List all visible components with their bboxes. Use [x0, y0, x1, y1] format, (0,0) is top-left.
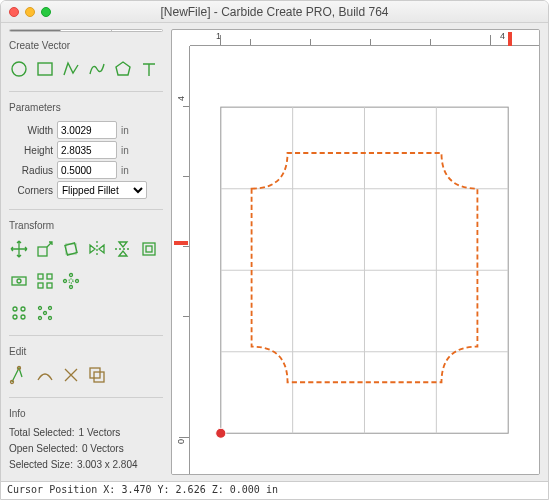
- edit-tools: [9, 363, 163, 389]
- ruler-horizontal[interactable]: 1 4: [190, 30, 539, 46]
- scale-tool-icon[interactable]: [35, 239, 55, 259]
- svg-rect-7: [146, 246, 152, 252]
- app-body: Design Model Toolpaths Create Vector Par…: [1, 23, 548, 481]
- param-height: Height in: [9, 141, 163, 159]
- param-corners: Corners Flipped Fillet: [9, 181, 163, 199]
- radius-input[interactable]: [57, 161, 117, 179]
- svg-point-25: [44, 312, 47, 315]
- transform-tools-row1: [9, 237, 163, 263]
- height-label: Height: [9, 145, 53, 156]
- svg-rect-1: [38, 63, 52, 75]
- array-circular-icon[interactable]: [61, 271, 81, 291]
- section-info: Info: [9, 408, 163, 419]
- ruler-h-marker: [508, 32, 512, 46]
- offset-tool-icon[interactable]: [139, 239, 159, 259]
- section-create-vector: Create Vector: [9, 40, 163, 51]
- svg-point-19: [13, 307, 17, 311]
- tab-design[interactable]: Design: [10, 30, 60, 32]
- svg-point-21: [13, 315, 17, 319]
- svg-point-23: [39, 307, 42, 310]
- sidebar: Design Model Toolpaths Create Vector Par…: [1, 23, 171, 481]
- status-bar: Cursor Position X: 3.470 Y: 2.626 Z: 0.0…: [1, 481, 548, 499]
- ruler-v-label: 0: [176, 439, 186, 444]
- corners-select[interactable]: Flipped Fillet: [57, 181, 147, 199]
- svg-point-17: [64, 280, 67, 283]
- mirror-h-icon[interactable]: [87, 239, 107, 259]
- group-icon[interactable]: [9, 303, 29, 323]
- window-title: [NewFile] - Carbide Create PRO, Build 76…: [1, 5, 548, 19]
- svg-point-24: [49, 307, 52, 310]
- info-total-selected-value: 1 Vectors: [79, 425, 121, 441]
- svg-point-27: [49, 317, 52, 320]
- ungroup-icon[interactable]: [35, 303, 55, 323]
- drawing-canvas[interactable]: [190, 46, 539, 474]
- divider: [9, 209, 163, 210]
- svg-point-26: [39, 317, 42, 320]
- svg-point-18: [69, 279, 73, 283]
- svg-point-39: [216, 428, 226, 438]
- height-unit: in: [121, 145, 129, 156]
- param-width: Width in: [9, 121, 163, 139]
- text-tool-icon[interactable]: [139, 59, 159, 79]
- canvas-area: 1 4 4 0: [171, 29, 540, 475]
- svg-point-0: [12, 62, 26, 76]
- info-total-selected-label: Total Selected:: [9, 425, 75, 441]
- cut-tool-icon[interactable]: [61, 365, 81, 385]
- param-radius: Radius in: [9, 161, 163, 179]
- svg-rect-6: [143, 243, 155, 255]
- align-tool-icon[interactable]: [9, 271, 29, 291]
- main-tabs: Design Model Toolpaths: [9, 29, 163, 32]
- polygon-tool-icon[interactable]: [113, 59, 133, 79]
- rotate-tool-icon[interactable]: [61, 239, 81, 259]
- transform-tools-row2: [9, 269, 163, 295]
- svg-rect-13: [47, 283, 52, 288]
- info-panel: Total Selected:1 Vectors Open Selected:0…: [9, 425, 163, 473]
- origin-marker[interactable]: [216, 428, 226, 438]
- svg-rect-31: [94, 372, 104, 382]
- parameters-panel: Width in Height in Radius in Corners: [9, 119, 163, 201]
- svg-point-20: [21, 307, 25, 311]
- divider: [9, 335, 163, 336]
- height-input[interactable]: [57, 141, 117, 159]
- title-bar: [NewFile] - Carbide Create PRO, Build 76…: [1, 1, 548, 23]
- circle-tool-icon[interactable]: [9, 59, 29, 79]
- app-window: [NewFile] - Carbide Create PRO, Build 76…: [1, 1, 548, 499]
- create-vector-tools: [9, 57, 163, 83]
- svg-rect-11: [47, 274, 52, 279]
- mirror-v-icon[interactable]: [113, 239, 133, 259]
- tab-model[interactable]: Model: [60, 30, 111, 32]
- info-open-selected-value: 0 Vectors: [82, 441, 124, 457]
- divider: [9, 397, 163, 398]
- radius-unit: in: [121, 165, 129, 176]
- info-selected-size-value: 3.003 x 2.804: [77, 457, 138, 473]
- svg-point-14: [70, 274, 73, 277]
- ruler-v-label: 4: [176, 96, 186, 101]
- svg-point-16: [70, 286, 73, 289]
- node-edit-icon[interactable]: [9, 365, 29, 385]
- svg-point-15: [76, 280, 79, 283]
- grid: [221, 107, 508, 433]
- info-open-selected-label: Open Selected:: [9, 441, 78, 457]
- svg-point-22: [21, 315, 25, 319]
- svg-rect-12: [38, 283, 43, 288]
- rectangle-tool-icon[interactable]: [35, 59, 55, 79]
- array-grid-icon[interactable]: [35, 271, 55, 291]
- boolean-tool-icon[interactable]: [87, 365, 107, 385]
- trim-tool-icon[interactable]: [35, 365, 55, 385]
- width-input[interactable]: [57, 121, 117, 139]
- ruler-v-marker: [174, 241, 188, 245]
- polyline-tool-icon[interactable]: [61, 59, 81, 79]
- svg-rect-30: [90, 368, 100, 378]
- move-tool-icon[interactable]: [9, 239, 29, 259]
- svg-point-9: [17, 279, 21, 283]
- info-selected-size-label: Selected Size:: [9, 457, 73, 473]
- ruler-vertical[interactable]: 4 0: [172, 46, 190, 474]
- section-edit: Edit: [9, 346, 163, 357]
- curve-tool-icon[interactable]: [87, 59, 107, 79]
- svg-rect-8: [12, 277, 26, 285]
- svg-rect-4: [65, 243, 77, 255]
- transform-tools-row3: [9, 301, 163, 327]
- section-parameters: Parameters: [9, 102, 163, 113]
- tab-toolpaths[interactable]: Toolpaths: [111, 30, 162, 32]
- svg-rect-10: [38, 274, 43, 279]
